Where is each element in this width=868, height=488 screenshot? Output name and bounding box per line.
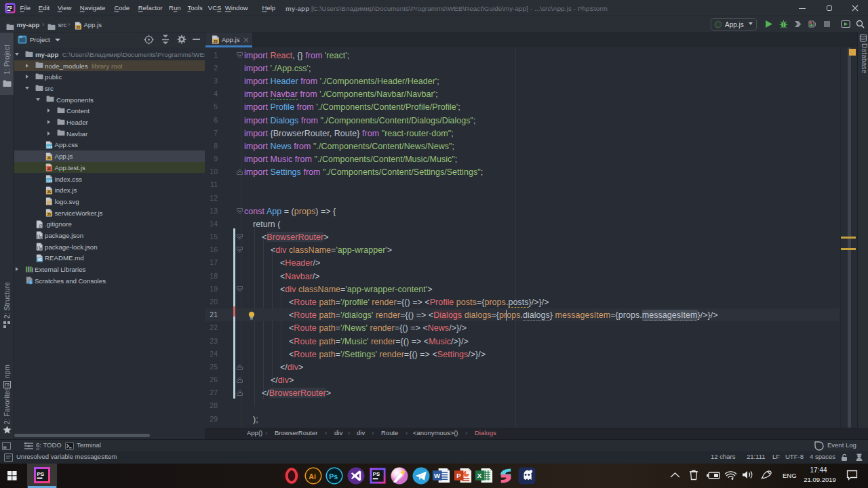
svg-text:PS: PS [7, 5, 13, 9]
svg-text:P: P [456, 472, 461, 479]
svg-text:css: css [47, 145, 52, 148]
svg-text:css: css [47, 179, 52, 182]
svg-text:PS: PS [37, 471, 45, 477]
svg-text:JS: JS [76, 26, 80, 29]
svg-text:JS: JS [213, 39, 218, 43]
svg-text:JS: JS [47, 190, 51, 194]
svg-text:JS: JS [47, 213, 51, 216]
svg-text:Ps: Ps [329, 472, 338, 481]
svg-text:PS: PS [373, 471, 380, 477]
svg-text:W: W [434, 472, 441, 479]
svg-text:MD: MD [37, 258, 43, 262]
svg-text:Ai: Ai [309, 472, 316, 481]
svg-text:X: X [477, 472, 482, 479]
svg-text:JS: JS [47, 167, 51, 171]
svg-text:JS: JS [47, 157, 51, 160]
